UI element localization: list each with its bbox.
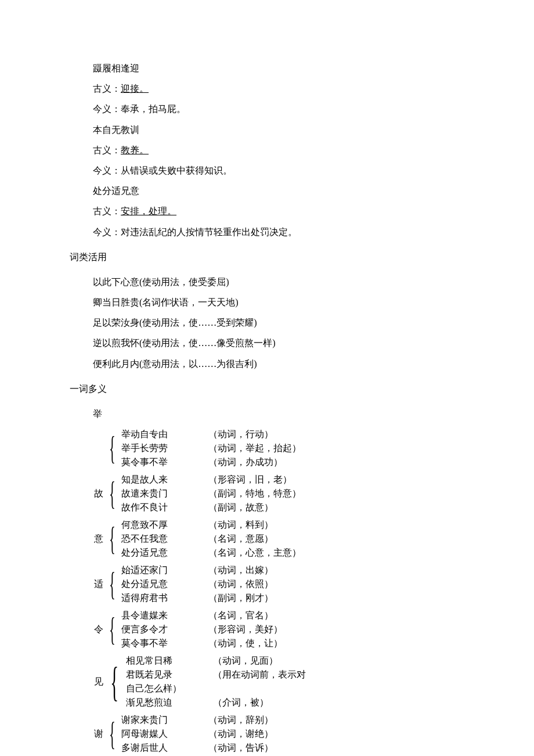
polysemy-body: 举动自专由（动词，行动）举手长劳劳（动词，举起，抬起）莫令事不举（动词，办成功） bbox=[121, 427, 301, 469]
polysemy-explanation: （动词，辞别） bbox=[208, 713, 273, 727]
polysemy-group: 意{何意致不厚（动词，料到）恐不任我意（名词，意愿）处分适兄意（名词，心意，主意… bbox=[93, 518, 476, 560]
brace-icon: { bbox=[109, 568, 116, 600]
polysemy-line: 便言多令才（形容词，美好） bbox=[121, 622, 283, 636]
polysemy-explanation: （形容词，美好） bbox=[208, 622, 283, 636]
polysemy-line: 适得府君书（副词，刚才） bbox=[121, 591, 273, 605]
gu-value-3: 安排，处理。 bbox=[121, 206, 176, 216]
polysemy-group: 适{始适还家门（动词，出嫁）处分适兄意（动词，依照）适得府君书（副词，刚才） bbox=[93, 563, 476, 605]
ancient-meaning-1: 古义：迎接。 bbox=[58, 78, 476, 99]
polysemy-body: 何意致不厚（动词，料到）恐不任我意（名词，意愿）处分适兄意（名词，心意，主意） bbox=[121, 518, 301, 560]
polysemy-body: 知是故人来（形容词，旧，老）故遣来贵门（副词，特地，特意）故作不良计（副词，故意… bbox=[121, 473, 301, 514]
polysemy-key: 令 bbox=[93, 622, 104, 636]
polysemy-example: 渐见愁煎迫 bbox=[126, 696, 213, 710]
polysemy-line: 君既若见录（用在动词前，表示对 bbox=[126, 668, 306, 682]
polysemy-example: 阿母谢媒人 bbox=[121, 727, 208, 741]
polysemy-explanation: （动词，谢绝） bbox=[208, 727, 273, 741]
polysemy-group: {举动自专由（动词，行动）举手长劳劳（动词，举起，抬起）莫令事不举（动词，办成功… bbox=[93, 427, 476, 469]
polysemy-explanation: （名词，官名） bbox=[208, 609, 273, 622]
polysemy-line: 阿母谢媒人（动词，谢绝） bbox=[121, 727, 273, 741]
jin-label: 今义： bbox=[93, 227, 121, 237]
jin-label: 今义： bbox=[93, 165, 121, 175]
polysemy-explanation: （形容词，旧，老） bbox=[208, 473, 292, 487]
polysemy-line: 谢家来贵门（动词，辞别） bbox=[121, 713, 273, 727]
polysemy-example: 谢家来贵门 bbox=[121, 713, 208, 727]
word-usage-item: 便利此月内(意动用法，以……为很吉利) bbox=[58, 354, 476, 374]
polysemy-line: 相见常日稀（动词，见面） bbox=[126, 654, 306, 668]
polysemy-line: 恐不任我意（名词，意愿） bbox=[121, 532, 301, 546]
polysemy-line: 莫令事不举（动词，使，让） bbox=[121, 636, 283, 650]
polysemy-example: 多谢后世人 bbox=[121, 741, 208, 755]
jin-label: 今义： bbox=[93, 104, 121, 114]
polysemy-explanation: （介词，被） bbox=[213, 696, 269, 710]
polysemy-body: 谢家来贵门（动词，辞别）阿母谢媒人（动词，谢绝）多谢后世人（动词，告诉） bbox=[121, 713, 273, 755]
polysemy-key: 谢 bbox=[93, 727, 104, 741]
polysemy-explanation: （动词，依照） bbox=[208, 577, 273, 591]
gu-label: 古义： bbox=[93, 145, 121, 155]
polysemy-explanation: （动词，行动） bbox=[208, 427, 273, 441]
word-usage-item: 卿当日胜贵(名词作状语，一天天地) bbox=[58, 292, 476, 312]
polysemy-line: 多谢后世人（动词，告诉） bbox=[121, 741, 273, 755]
polysemy-group: 见{相见常日稀（动词，见面）君既若见录（用在动词前，表示对自己怎么样）渐见愁煎迫… bbox=[93, 654, 476, 710]
polysemy-group: 故{知是故人来（形容词，旧，老）故遣来贵门（副词，特地，特意）故作不良计（副词，… bbox=[93, 473, 476, 514]
brace-icon: { bbox=[110, 661, 118, 703]
example-phrase-3: 处分适兄意 bbox=[58, 181, 476, 201]
polysemy-line: 知是故人来（形容词，旧，老） bbox=[121, 473, 301, 487]
word-usage-list: 以此下心意(使动用法，使受委屈)卿当日胜贵(名词作状语，一天天地)足以荣汝身(使… bbox=[58, 272, 476, 374]
polysemy-explanation: （动词，见面） bbox=[213, 654, 278, 668]
polysemy-line: 自己怎么样） bbox=[126, 682, 306, 696]
modern-meaning-3: 今义：对违法乱纪的人按情节轻重作出处罚决定。 bbox=[58, 222, 476, 242]
example-phrase-2: 本自无教训 bbox=[58, 120, 476, 140]
polysemy-explanation: （动词，举起，抬起） bbox=[208, 441, 301, 455]
word-usage-item: 足以荣汝身(使动用法，使……受到荣耀) bbox=[58, 312, 476, 333]
polysemy-example: 莫令事不举 bbox=[121, 636, 208, 650]
polysemy-example: 举手长劳劳 bbox=[121, 441, 208, 455]
polysemy-key: 适 bbox=[93, 577, 104, 591]
modern-meaning-1: 今义：奉承，拍马屁。 bbox=[58, 99, 476, 119]
polysemy-example: 自己怎么样） bbox=[126, 682, 213, 696]
polysemy-example: 举动自专由 bbox=[121, 427, 208, 441]
polysemy-example: 莫令事不举 bbox=[121, 455, 208, 469]
polysemy-key: 故 bbox=[93, 487, 104, 501]
brace-icon: { bbox=[109, 523, 116, 555]
polysemy-group: 谢{谢家来贵门（动词，辞别）阿母谢媒人（动词，谢绝）多谢后世人（动词，告诉） bbox=[93, 713, 476, 755]
jin-value-1: 奉承，拍马屁。 bbox=[121, 104, 186, 114]
ancient-meaning-2: 古义：教养。 bbox=[58, 140, 476, 160]
polysemy-example: 知是故人来 bbox=[121, 473, 208, 487]
brace-icon: { bbox=[109, 477, 116, 510]
polysemy-example: 何意致不厚 bbox=[121, 518, 208, 532]
polysemy-line: 县令遣媒来（名词，官名） bbox=[121, 609, 283, 622]
jin-value-2: 从错误或失败中获得知识。 bbox=[121, 165, 232, 175]
polysemy-example: 处分适兄意 bbox=[121, 577, 208, 591]
polysemy-key: 见 bbox=[93, 675, 104, 689]
polysemy-example: 适得府君书 bbox=[121, 591, 208, 605]
polysemy-explanation: （副词，故意） bbox=[208, 501, 273, 514]
polysemy-explanation: （动词，料到） bbox=[208, 518, 273, 532]
polysemy-body: 相见常日稀（动词，见面）君既若见录（用在动词前，表示对自己怎么样）渐见愁煎迫（介… bbox=[126, 654, 306, 710]
polysemy-example: 故作不良计 bbox=[121, 501, 208, 514]
polysemy-line: 故作不良计（副词，故意） bbox=[121, 501, 301, 514]
polysemy-example: 便言多令才 bbox=[121, 622, 208, 636]
polysemy-line: 莫令事不举（动词，办成功） bbox=[121, 455, 301, 469]
polysemy-explanation: （用在动词前，表示对 bbox=[213, 668, 306, 682]
document-page: 蹑履相逢迎 古义：迎接。 今义：奉承，拍马屁。 本自无教训 古义：教养。 今义：… bbox=[0, 0, 534, 756]
section-title-polysemy: 一词多义 bbox=[58, 379, 476, 399]
polysemy-line: 举动自专由（动词，行动） bbox=[121, 427, 301, 441]
example-phrase-1: 蹑履相逢迎 bbox=[58, 58, 476, 78]
polysemy-explanation: （名词，心意，主意） bbox=[208, 546, 301, 560]
polysemy-groups: {举动自专由（动词，行动）举手长劳劳（动词，举起，抬起）莫令事不举（动词，办成功… bbox=[58, 427, 476, 755]
polysemy-key: 意 bbox=[93, 532, 104, 546]
brace-icon: { bbox=[109, 432, 116, 465]
gu-label: 古义： bbox=[93, 84, 121, 93]
polysemy-example: 相见常日稀 bbox=[126, 654, 213, 668]
ancient-meaning-3: 古义：安排，处理。 bbox=[58, 201, 476, 221]
polysemy-line: 处分适兄意（动词，依照） bbox=[121, 577, 273, 591]
gu-value-2: 教养。 bbox=[121, 145, 149, 155]
brace-icon: { bbox=[109, 613, 116, 646]
polysemy-example: 始适还家门 bbox=[121, 563, 208, 577]
polysemy-group: 令{县令遣媒来（名词，官名）便言多令才（形容词，美好）莫令事不举（动词，使，让） bbox=[93, 609, 476, 650]
polysemy-explanation: （动词，告诉） bbox=[208, 741, 273, 755]
polysemy-example: 恐不任我意 bbox=[121, 532, 208, 546]
jin-value-3: 对违法乱纪的人按情节轻重作出处罚决定。 bbox=[121, 227, 297, 237]
section-title-word-usage: 词类活用 bbox=[58, 247, 476, 267]
polysemy-example: 县令遣媒来 bbox=[121, 609, 208, 622]
